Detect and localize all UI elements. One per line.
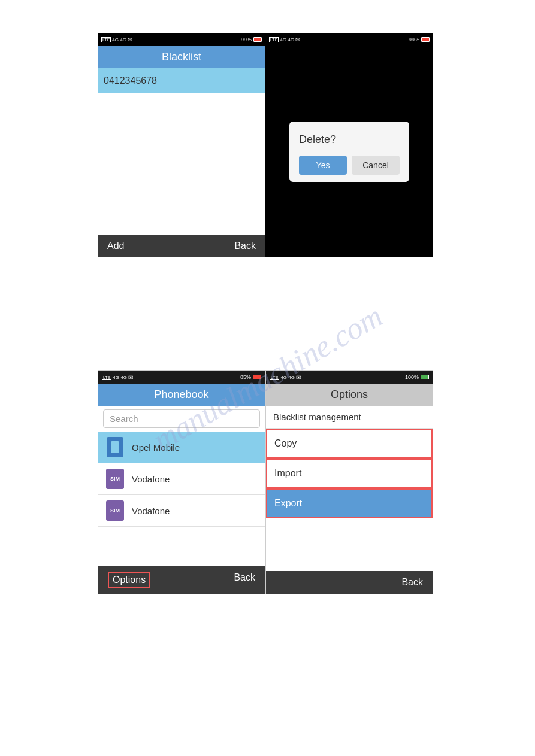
lte-badge-opt: LTE — [270, 375, 279, 380]
status-right-info: 99% — [241, 37, 262, 42]
blacklist-title: Blacklist — [98, 46, 265, 68]
status-bar-pb: LTE 4G 4G ✉ 85% — [98, 371, 265, 384]
status-left-info: LTE 4G 4G ✉ — [101, 37, 132, 43]
battery-icon-pb — [253, 375, 261, 379]
4g-icon: 4G 4G — [112, 37, 126, 42]
add-button[interactable]: Add — [107, 241, 124, 251]
battery-pct: 99% — [241, 37, 252, 42]
status-left-pb: LTE 4G 4G ✉ — [102, 374, 133, 381]
4g-icon-r: 4G 4G — [280, 37, 294, 42]
contact-vodafone-2[interactable]: SIM Vodafone — [98, 495, 265, 527]
blacklist-management-label: Blacklist management — [266, 406, 433, 429]
status-left-info-r: LTE 4G 4G ✉ — [269, 37, 300, 43]
contact-name-vodafone1: Vodafone — [132, 474, 170, 484]
blacklist-body — [98, 93, 265, 235]
options-menu: Copy Import Export — [266, 429, 433, 571]
phone-delete-dialog: LTE 4G 4G ✉ 99% Delete? Yes Cancel — [265, 33, 433, 257]
status-right-info-r: 99% — [409, 37, 430, 42]
battery-icon-r — [421, 37, 430, 42]
bottom-screenshots: LTE 4G 4G ✉ 85% Phonebook Search Opel Mo… — [98, 370, 433, 594]
msg-icon-r: ✉ — [295, 37, 300, 43]
dialog-title: Delete? — [299, 133, 400, 146]
back-button-options[interactable]: Back — [401, 577, 423, 588]
menu-item-export[interactable]: Export — [266, 488, 433, 518]
contact-icon-sim1: SIM — [104, 468, 126, 490]
msg-icon-pb: ✉ — [128, 374, 133, 381]
status-bar-opt: LTE 4G 4G ✉ 100% — [266, 371, 433, 384]
top-screenshots: LTE 4G 4G ✉ 99% Blacklist 0412345678 Add… — [98, 33, 433, 257]
options-title: Options — [266, 384, 433, 406]
battery-icon-opt — [421, 375, 429, 379]
dialog-buttons: Yes Cancel — [299, 156, 400, 175]
blacklist-number[interactable]: 0412345678 — [98, 68, 265, 93]
contact-vodafone-1[interactable]: SIM Vodafone — [98, 463, 265, 495]
status-bar-top-left: LTE 4G 4G ✉ 99% — [98, 33, 265, 46]
search-input[interactable]: Search — [103, 409, 260, 428]
battery-pct-opt: 100% — [405, 374, 419, 380]
yes-button[interactable]: Yes — [299, 156, 347, 175]
sim-icon-2: SIM — [106, 500, 124, 521]
contact-name-vodafone2: Vodafone — [132, 506, 170, 516]
phone-options: LTE 4G 4G ✉ 100% Options Blacklist manag… — [265, 370, 433, 594]
contact-icon-sim2: SIM — [104, 500, 126, 521]
phonebook-bottom-bar: Options Back — [98, 566, 265, 594]
cancel-button[interactable]: Cancel — [352, 156, 400, 175]
delete-dialog: Delete? Yes Cancel — [289, 122, 409, 182]
contact-icon-mobile — [104, 436, 126, 458]
status-right-pb: 85% — [240, 374, 261, 380]
menu-item-copy[interactable]: Copy — [266, 429, 433, 459]
lte-badge-pb: LTE — [102, 375, 111, 380]
4g-icon-pb: 4G 4G — [113, 375, 127, 380]
back-button-pb[interactable]: Back — [234, 572, 255, 588]
blacklist-bottom-bar: Add Back — [98, 235, 265, 257]
battery-pct-pb: 85% — [240, 374, 251, 380]
contact-opel[interactable]: Opel Mobile — [98, 432, 265, 463]
status-bar-top-right: LTE 4G 4G ✉ 99% — [265, 33, 433, 46]
spacer — [98, 527, 265, 566]
menu-item-import[interactable]: Import — [266, 459, 433, 488]
status-left-opt: LTE 4G 4G ✉ — [270, 374, 301, 381]
dialog-overlay: Delete? Yes Cancel — [265, 46, 433, 257]
phonebook-title: Phonebook — [98, 384, 265, 406]
options-button[interactable]: Options — [108, 572, 150, 588]
back-button-blacklist[interactable]: Back — [234, 241, 256, 251]
phone-blacklist: LTE 4G 4G ✉ 99% Blacklist 0412345678 Add… — [98, 33, 265, 257]
status-right-opt: 100% — [405, 374, 429, 380]
contact-name-opel: Opel Mobile — [132, 442, 180, 453]
msg-icon: ✉ — [128, 37, 132, 43]
sim-icon-1: SIM — [106, 469, 124, 489]
msg-icon-opt: ✉ — [296, 374, 301, 381]
options-bottom-bar: Back — [266, 571, 433, 594]
phone-phonebook: LTE 4G 4G ✉ 85% Phonebook Search Opel Mo… — [98, 370, 265, 594]
lte-badge: LTE — [101, 37, 111, 42]
mobile-icon — [107, 437, 123, 457]
lte-badge-r: LTE — [269, 37, 279, 42]
battery-pct-r: 99% — [409, 37, 419, 42]
battery-icon — [253, 37, 262, 42]
4g-icon-opt: 4G 4G — [280, 375, 295, 380]
